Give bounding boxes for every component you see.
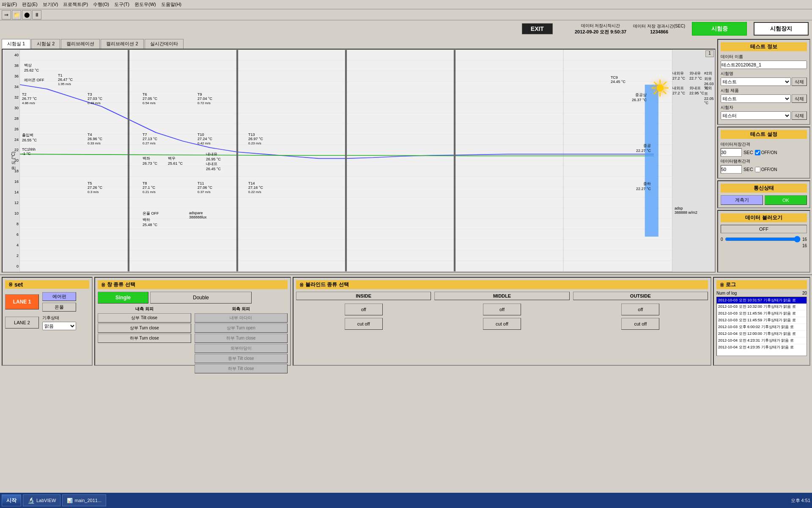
offon2-checkbox[interactable] xyxy=(755,167,760,172)
data-name-label: 데이터 이름 xyxy=(721,54,807,60)
outside-label: OUTSIDE xyxy=(573,292,708,300)
data-collect-interval-input[interactable] xyxy=(721,165,742,174)
outside-off-button[interactable]: off xyxy=(621,304,659,315)
menu-tools[interactable]: 도구(T) xyxy=(114,1,129,8)
middle-off-button[interactable]: off xyxy=(483,304,521,315)
num-of-log-label: Num of log xyxy=(716,291,737,295)
menu-view[interactable]: 보기(V) xyxy=(43,1,58,8)
tab-shilsil1[interactable]: 시험실 1 xyxy=(2,39,30,49)
t8-label: T827.1 °C0.21 m/s xyxy=(143,181,156,194)
toolbar-btn-record[interactable]: ⬤ xyxy=(22,10,31,19)
log-panel: 응 로그 Num of log 20 2012-10-03 오전 10:31:5… xyxy=(713,277,810,366)
aircon-label: 에어콘 OFF xyxy=(24,77,44,83)
toolbar-btn-1[interactable]: ⇒ xyxy=(2,10,11,19)
test-name-select[interactable]: 테스트 xyxy=(721,77,791,86)
t14-label: T1427.16 °C0.22 m/s xyxy=(248,181,263,194)
t4-label: T426.96 °C0.33 m/s xyxy=(88,133,102,145)
taskbar-item-labview[interactable]: 🔬 LabVIEW xyxy=(23,494,60,506)
lower-turn-close-button[interactable]: 하부 Turn close xyxy=(98,334,191,343)
double-button[interactable]: Double xyxy=(150,292,252,304)
backwoo-label: 백우25.61 °C xyxy=(168,156,183,166)
outside-cutoff-button[interactable]: cut off xyxy=(621,318,659,330)
outer-lower-tilt-close-button[interactable]: 하부 Tilt close xyxy=(195,364,288,373)
chart-area: 백상25.62 °C 에어콘 OFF T126.47 °C1.95 m/s T2… xyxy=(19,50,672,272)
y-axis-label: 온 도 (°C) xyxy=(11,152,16,170)
exit-button[interactable]: EXIT xyxy=(522,23,553,34)
lane1-button[interactable]: LANE 1 xyxy=(5,294,39,309)
taskbar-start-button[interactable]: 시작 xyxy=(2,494,21,506)
middle-tilt-close-button[interactable]: 중부 Tilt close xyxy=(195,354,288,363)
taskbar: 시작 🔬 LabVIEW 📊 main_2011... 오후 4:51 xyxy=(0,493,812,508)
set-title: 응 set xyxy=(5,280,89,289)
inside-off-button[interactable]: off xyxy=(345,304,383,315)
tab-realtime[interactable]: 실시간데이타 xyxy=(145,39,184,49)
start-button[interactable]: 시험중 xyxy=(692,22,747,36)
t5-label: T527.26 °C0.3 m/s xyxy=(88,181,102,194)
outer-upper-close-button[interactable]: 외부마당이 xyxy=(195,344,288,353)
stop-button[interactable]: 시험장지 xyxy=(754,22,809,36)
menu-run[interactable]: 수행(O) xyxy=(93,1,109,8)
tab-calibration1[interactable]: 캘리브레이션 xyxy=(61,39,100,49)
data-name-input[interactable] xyxy=(721,61,807,69)
tab-shilsil2[interactable]: 시험실 2 xyxy=(31,39,60,49)
delete2-button[interactable]: 삭제 xyxy=(792,94,807,103)
log-list[interactable]: 2012-10-03 오전 10:31:57 기후상태가 맑음 로 2012-1… xyxy=(716,297,807,356)
lane2-button[interactable]: LANE 2 xyxy=(5,317,39,329)
offon1-checkbox[interactable] xyxy=(755,150,760,155)
test-product-select[interactable]: 테스트 xyxy=(721,94,791,103)
inner-upper-turn-open-button[interactable]: 상부 Turn open xyxy=(195,323,288,333)
menu-file[interactable]: 파일(F) xyxy=(2,1,17,8)
t6-label: T627.05 °C0.54 m/s xyxy=(143,92,157,105)
data-save-start-label: 데이터 저장시작시간 xyxy=(575,23,626,29)
inner-lower-turn-close-button[interactable]: 하부 Turn close xyxy=(195,334,288,343)
log-header: Num of log 20 xyxy=(716,291,807,295)
toolbar-btn-2[interactable]: 📁 xyxy=(12,10,21,19)
menu-project[interactable]: 프로젝트(P) xyxy=(63,1,88,8)
tab-calibration2[interactable]: 캘리브레이션 2 xyxy=(101,39,143,49)
taskbar-item-main[interactable]: 📊 main_2011... xyxy=(62,494,106,506)
upper-turn-close-button[interactable]: 상부 Turn close xyxy=(98,323,191,333)
weather-select[interactable]: 맑음 xyxy=(42,322,76,330)
menu-window[interactable]: 윈도우(W) xyxy=(134,1,156,8)
inner-upper-close-button[interactable]: 내부 마다미 xyxy=(195,313,288,323)
inside-cutoff-button[interactable]: cut off xyxy=(345,318,383,330)
toolbar-btn-pause[interactable]: ⏸ xyxy=(32,10,41,19)
slider-value-display: 16 xyxy=(721,243,807,248)
aircon-button[interactable]: 에어펀 xyxy=(42,292,76,301)
delete3-button[interactable]: 삭제 xyxy=(792,111,807,120)
blind-panel: 응 블라인드 종류 선택 INSIDE off cut off MIDDLE o… xyxy=(293,277,711,366)
single-button[interactable]: Single xyxy=(98,292,148,304)
tc1hhh-label: TC1hhh-1 °C xyxy=(22,147,36,156)
set-panel: 응 set LANE 1 에어펀 온풀 LANE 2 기후상태 맑음 xyxy=(2,277,93,366)
flow-button[interactable]: 온풀 xyxy=(42,303,76,312)
t3-label: T327.03 °C0.49 m/s xyxy=(88,92,102,105)
middle-cutoff-button[interactable]: cut off xyxy=(483,318,521,330)
tab-panel: 시험실 1 시험실 2 캘리브레이션 캘리브레이션 2 실시간데이타 40383… xyxy=(2,39,716,273)
data-save-interval-input[interactable] xyxy=(721,148,742,157)
test-settings-title: 테스트 설정 xyxy=(721,130,807,139)
menu-edit[interactable]: 편집(E) xyxy=(22,1,38,8)
tester-select[interactable]: 테스터 xyxy=(721,111,791,120)
page-indicator[interactable]: 1 xyxy=(705,50,714,57)
offon2-label: OFF/ON xyxy=(755,167,777,172)
log-item: 2012-10-03 오전 11:45:56 기후상태가 맑음 로 xyxy=(717,310,807,317)
data-slider[interactable] xyxy=(725,236,801,243)
outer-label: 외측 외피 xyxy=(195,306,288,312)
backdrop-label: 백상25.62 °C xyxy=(24,63,39,72)
off-button[interactable]: OFF xyxy=(721,225,807,233)
tc9-label: TC924.45 °C xyxy=(611,75,625,84)
upper-tilt-close-button[interactable]: 상부 Tilt close xyxy=(98,313,191,323)
t2-label: T226.77 °C4.86 m/s xyxy=(22,92,37,105)
menubar: 파일(F) 편집(E) 보기(V) 프로젝트(P) 수행(O) 도구(T) 윈도… xyxy=(0,0,812,9)
measure-button[interactable]: 게측기 xyxy=(721,195,763,205)
adspare-label: adspare388888lux xyxy=(189,211,207,219)
ok-button[interactable]: OK xyxy=(765,195,807,205)
output-wall-label: 출입벽26.55 °C xyxy=(22,133,37,142)
delete1-button[interactable]: 삭제 xyxy=(792,77,807,86)
data-elapsed-value: 1234866 xyxy=(633,29,685,34)
blind-title: 응 블라인드 종류 선택 xyxy=(296,280,708,289)
bottom-section: 응 set LANE 1 에어펀 온풀 LANE 2 기후상태 맑음 응 창 종… xyxy=(0,274,812,367)
comm-title: 통신상태 xyxy=(721,184,807,193)
menu-help[interactable]: 도움말(H) xyxy=(161,1,181,8)
inside-label: INSIDE xyxy=(296,292,431,300)
